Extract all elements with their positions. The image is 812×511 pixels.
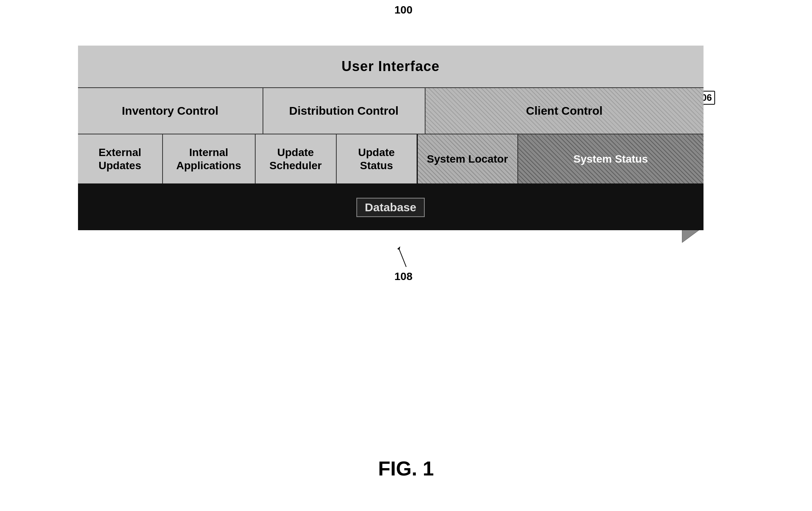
fig-label: FIG. 1 [378,457,434,480]
system-locator-label: System Locator [427,153,508,166]
client-title: Client Control [526,104,602,117]
distribution-title: Distribution Control [289,104,398,117]
inventory-title: Inventory Control [122,104,218,117]
database-label: Database [356,198,425,217]
internal-apps-label: InternalApplications [176,146,241,172]
client-section: Client Control [425,88,704,134]
ref-108-label: 108 [395,270,413,283]
ref-100: 100 [395,4,413,16]
main-box: User Interface 102 104 106 Inventory Con… [78,31,719,236]
update-status-label: UpdateStatus [358,146,395,172]
external-updates-label: ExternalUpdates [98,146,141,172]
middle-layer: Inventory Control Distribution Control C… [78,88,704,134]
database-bar: Database [78,185,704,230]
svg-line-8 [398,248,406,267]
module-system-locator: System Locator [418,134,518,183]
inventory-section: Inventory Control [78,88,263,134]
ui-layer: User Interface [78,46,704,88]
diagram-area: 100 User Interface 102 104 106 Inventory… [78,31,734,236]
system-status-label: System Status [573,153,648,166]
module-internal-apps: InternalApplications [163,134,256,183]
module-system-status: System Status [518,134,704,183]
module-update-scheduler: UpdateScheduler [256,134,337,183]
module-update-status: UpdateStatus [337,134,418,183]
modules-layer: ExternalUpdates InternalApplications Upd… [78,134,704,185]
distribution-section: Distribution Control [263,88,425,134]
page-container: 100 User Interface 102 104 106 Inventory… [0,0,812,511]
module-external-updates: ExternalUpdates [78,134,163,183]
update-scheduler-label: UpdateScheduler [270,146,322,172]
ui-layer-title: User Interface [341,58,439,75]
svg-marker-9 [397,246,400,250]
